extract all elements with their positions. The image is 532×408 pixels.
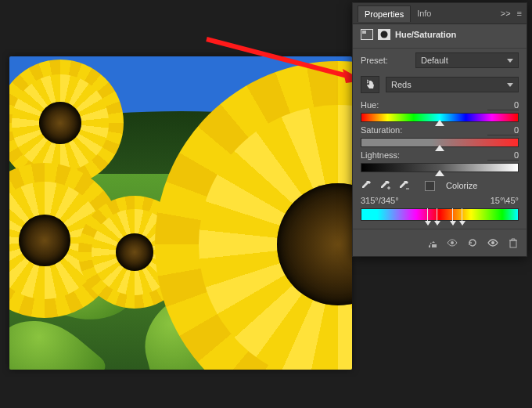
hue-label: Hue:	[361, 100, 379, 110]
chevron-down-icon	[507, 83, 513, 87]
clip-to-layer-icon[interactable]	[426, 237, 437, 248]
range-handle[interactable]	[452, 208, 453, 221]
reset-icon[interactable]	[467, 237, 478, 248]
range-right-value: 15°\45°	[491, 196, 519, 205]
colorize-label: Colorize	[446, 181, 477, 190]
layer-mask-icon	[378, 29, 390, 40]
svg-point-8	[451, 241, 454, 244]
svg-point-6	[381, 31, 388, 38]
range-handle[interactable]	[427, 208, 428, 221]
document-canvas[interactable]	[9, 56, 352, 370]
svg-point-9	[491, 241, 494, 244]
lightness-label: Lightness:	[361, 150, 400, 161]
tab-info[interactable]: Info	[411, 5, 437, 21]
slider-thumb[interactable]	[435, 145, 444, 151]
channel-dropdown[interactable]: Reds	[386, 77, 519, 92]
svg-rect-7	[432, 244, 437, 247]
adjustment-title: Hue/Saturation	[395, 30, 456, 39]
properties-panel: Properties Info >> ≡ Hue/Saturation Pres…	[352, 2, 527, 257]
saturation-value[interactable]: 0	[487, 125, 519, 135]
range-handle[interactable]	[437, 208, 437, 221]
hand-pointer-icon	[365, 79, 376, 90]
eyedropper-subtract-icon[interactable]	[398, 180, 409, 191]
range-left-value: 315°/345°	[361, 196, 399, 205]
image-content	[9, 56, 352, 370]
saturation-slider[interactable]	[361, 138, 519, 147]
chevron-down-icon	[507, 59, 513, 63]
saturation-label: Saturation:	[361, 125, 402, 135]
lightness-value[interactable]: 0	[487, 150, 519, 161]
eyedropper-add-icon[interactable]	[379, 180, 390, 191]
targeted-adjustment-tool-button[interactable]	[361, 76, 379, 93]
trash-icon[interactable]	[508, 237, 519, 248]
collapse-panel-icon[interactable]: >>	[501, 9, 511, 18]
visibility-icon[interactable]	[487, 237, 498, 248]
svg-rect-10	[510, 240, 516, 247]
color-range-bar[interactable]	[361, 208, 519, 221]
adjustment-thumbnail-icon	[361, 29, 373, 40]
hue-value[interactable]: 0	[487, 100, 519, 110]
slider-thumb[interactable]	[435, 170, 444, 176]
eyedropper-icon[interactable]	[361, 180, 372, 191]
preset-value: Default	[421, 56, 448, 65]
svg-rect-4	[362, 31, 366, 34]
slider-thumb[interactable]	[435, 120, 444, 126]
range-handle[interactable]	[462, 208, 462, 221]
lightness-slider[interactable]	[361, 163, 519, 172]
hue-slider[interactable]	[361, 113, 519, 122]
colorize-checkbox[interactable]	[425, 181, 435, 191]
channel-value: Reds	[391, 80, 412, 89]
tab-properties[interactable]: Properties	[358, 5, 411, 22]
preset-label: Preset:	[361, 56, 409, 65]
panel-menu-icon[interactable]: ≡	[517, 9, 522, 18]
view-previous-state-icon[interactable]	[447, 237, 458, 248]
preset-dropdown[interactable]: Default	[415, 52, 519, 68]
